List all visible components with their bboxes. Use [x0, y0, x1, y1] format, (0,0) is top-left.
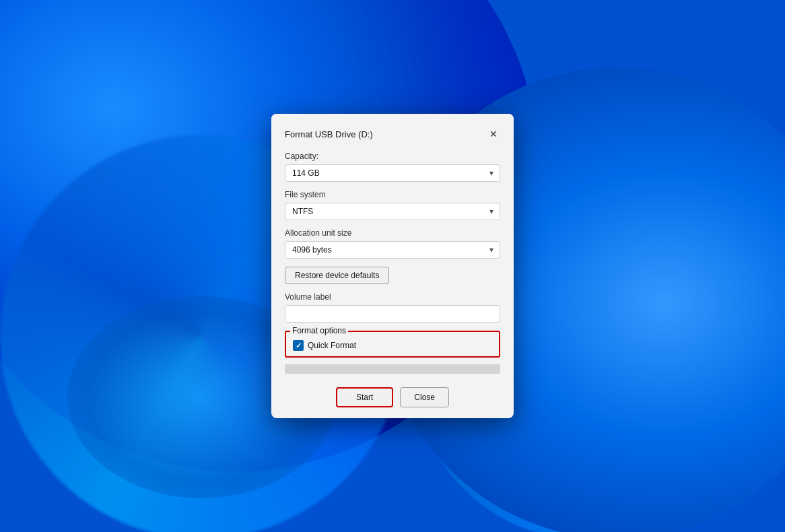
quick-format-row: Quick Format	[293, 340, 492, 351]
allocation-unit-select-wrapper: 512 bytes 1024 bytes 2048 bytes 4096 byt…	[285, 241, 500, 259]
capacity-select-wrapper: 114 GB	[285, 164, 500, 182]
quick-format-label[interactable]: Quick Format	[308, 341, 356, 350]
capacity-group: Capacity: 114 GB	[285, 152, 500, 182]
progress-area	[285, 364, 500, 374]
close-dialog-button[interactable]: Close	[400, 387, 449, 407]
capacity-label: Capacity:	[285, 152, 500, 161]
file-system-select-wrapper: NTFS FAT32 exFAT	[285, 203, 500, 220]
volume-label-input[interactable]	[285, 305, 500, 323]
allocation-unit-group: Allocation unit size 512 bytes 1024 byte…	[285, 228, 500, 259]
start-button[interactable]: Start	[336, 387, 393, 407]
file-system-label: File system	[285, 190, 500, 199]
format-options-legend: Format options	[290, 326, 348, 335]
dialog-footer: Start Close	[271, 387, 514, 418]
capacity-select[interactable]: 114 GB	[285, 164, 500, 182]
volume-label-label: Volume label	[285, 292, 500, 302]
quick-format-checkbox[interactable]	[293, 340, 304, 351]
allocation-unit-select[interactable]: 512 bytes 1024 bytes 2048 bytes 4096 byt…	[285, 241, 500, 259]
restore-defaults-button[interactable]: Restore device defaults	[285, 267, 389, 284]
dialog-body: Capacity: 114 GB File system NTFS FAT32 …	[271, 149, 514, 387]
dialog-overlay: Format USB Drive (D:) ✕ Capacity: 114 GB…	[0, 0, 785, 532]
volume-label-group: Volume label	[285, 292, 500, 323]
file-system-select[interactable]: NTFS FAT32 exFAT	[285, 203, 500, 220]
file-system-group: File system NTFS FAT32 exFAT	[285, 190, 500, 220]
allocation-unit-label: Allocation unit size	[285, 228, 500, 238]
format-dialog: Format USB Drive (D:) ✕ Capacity: 114 GB…	[271, 114, 514, 418]
progress-bar	[285, 364, 500, 374]
format-options-content: Quick Format	[293, 340, 492, 351]
dialog-close-button[interactable]: ✕	[484, 125, 503, 143]
dialog-titlebar: Format USB Drive (D:) ✕	[271, 114, 514, 149]
dialog-title: Format USB Drive (D:)	[285, 129, 373, 139]
format-options-group: Format options Quick Format	[285, 331, 500, 358]
